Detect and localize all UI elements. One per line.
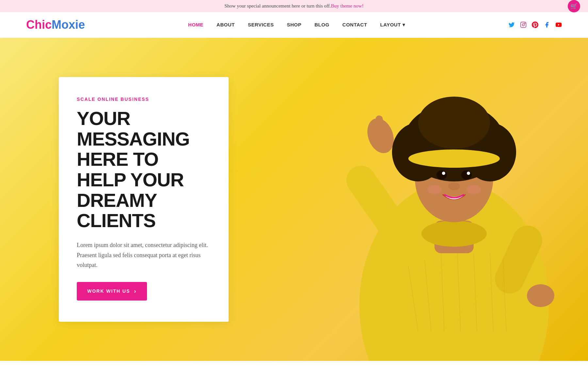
hero-person-image [294, 38, 588, 361]
hero-title: YOUR MESSAGING HERE TO HELP YOUR DREAMY … [77, 108, 211, 231]
svg-point-21 [467, 172, 470, 175]
svg-point-19 [461, 170, 472, 179]
social-twitter[interactable] [508, 22, 515, 28]
nav-link-services[interactable]: SERVICES [248, 22, 274, 27]
nav-item-shop: SHOP [287, 22, 302, 28]
svg-point-24 [466, 185, 481, 194]
social-icons [508, 22, 562, 28]
svg-point-11 [527, 284, 554, 307]
header: ChicMoxie HOME ABOUT SERVICES SHOP BLOG … [0, 12, 588, 38]
svg-point-17 [408, 149, 500, 168]
social-instagram[interactable] [520, 22, 527, 28]
hero-card: SCALE ONLINE BUSINESS YOUR MESSAGING HER… [59, 77, 229, 322]
nav-item-blog: BLOG [315, 22, 329, 28]
nav-link-blog[interactable]: BLOG [315, 22, 329, 27]
nav-link-layout[interactable]: LAYOUT ▾ [380, 22, 405, 28]
hero-section: SCALE ONLINE BUSINESS YOUR MESSAGING HER… [0, 38, 588, 361]
svg-rect-0 [521, 22, 526, 28]
logo[interactable]: ChicMoxie [26, 18, 85, 32]
logo-chic: Chic [26, 18, 52, 31]
svg-point-18 [436, 170, 447, 179]
nav-item-layout: LAYOUT ▾ [380, 22, 405, 28]
nav-item-services: SERVICES [248, 22, 274, 28]
cart-icon[interactable]: 🛒 [568, 0, 580, 12]
nav-link-about[interactable]: ABOUT [217, 22, 235, 27]
nav-link-contact[interactable]: CONTACT [342, 22, 367, 27]
main-nav: HOME ABOUT SERVICES SHOP BLOG CONTACT LA… [188, 22, 405, 28]
nav-link-shop[interactable]: SHOP [287, 22, 302, 27]
hero-description: Lorem ipsum dolor sit amet, consectetur … [77, 240, 211, 270]
nav-item-home: HOME [188, 22, 204, 28]
svg-point-2 [525, 23, 525, 24]
person-svg [294, 38, 588, 361]
svg-point-6 [421, 221, 487, 247]
nav-list: HOME ABOUT SERVICES SHOP BLOG CONTACT LA… [188, 22, 405, 28]
svg-point-22 [448, 182, 460, 190]
logo-moxie: Moxie [52, 18, 85, 31]
cart-icon-symbol: 🛒 [570, 3, 578, 10]
svg-point-1 [522, 24, 525, 26]
announcement-bar: Show your special announcement here or t… [0, 0, 588, 12]
announcement-link[interactable]: Buy theme now! [331, 3, 364, 9]
social-pinterest[interactable] [532, 22, 538, 28]
svg-point-23 [427, 185, 442, 194]
nav-item-about: ABOUT [217, 22, 235, 28]
social-youtube[interactable] [555, 22, 562, 28]
nav-link-home[interactable]: HOME [188, 22, 204, 27]
svg-point-16 [418, 97, 490, 149]
work-with-us-button[interactable]: WORK WITH US › [77, 282, 147, 301]
cta-label: WORK WITH US [87, 288, 130, 294]
svg-point-20 [442, 172, 445, 175]
cta-arrow: › [134, 288, 137, 295]
hero-subtitle: SCALE ONLINE BUSINESS [77, 97, 211, 102]
announcement-text: Show your special announcement here or t… [224, 3, 331, 9]
social-facebook[interactable] [544, 22, 550, 28]
nav-item-contact: CONTACT [342, 22, 367, 28]
